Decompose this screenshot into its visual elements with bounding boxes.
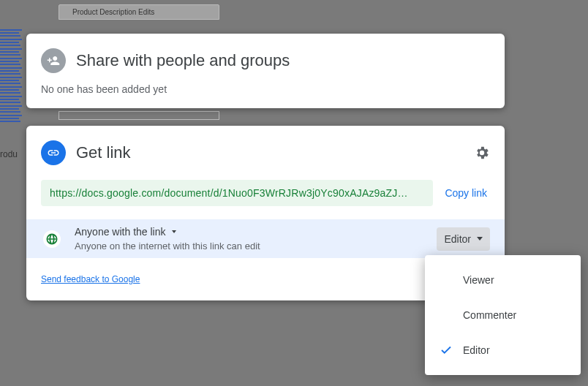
role-option-label: Editor xyxy=(463,344,490,356)
bg-document-tab: Product Description Edits xyxy=(59,4,219,20)
role-option-viewer[interactable]: Viewer xyxy=(425,262,581,298)
role-dropdown-button[interactable]: Editor xyxy=(437,227,490,251)
role-label: Editor xyxy=(444,233,471,245)
access-row: Anyone with the link Anyone on the inter… xyxy=(26,219,505,258)
send-feedback-link[interactable]: Send feedback to Google xyxy=(41,274,490,284)
share-people-subtitle: No one has been added yet xyxy=(41,83,490,95)
role-option-label: Commenter xyxy=(463,309,516,321)
link-scope-description: Anyone on the internet with this link ca… xyxy=(75,241,425,251)
share-url-box[interactable]: https://docs.google.com/document/d/1Nuo0… xyxy=(41,180,433,206)
role-dropdown-menu: Viewer Commenter Editor xyxy=(425,255,581,375)
link-scope-label: Anyone with the link xyxy=(75,226,166,238)
share-people-header: Share with people and groups xyxy=(41,48,490,73)
role-option-commenter[interactable]: Commenter xyxy=(425,298,581,333)
share-people-title: Share with people and groups xyxy=(76,51,290,70)
chevron-down-icon xyxy=(477,237,483,241)
copy-link-button[interactable]: Copy link xyxy=(445,187,490,199)
person-add-icon xyxy=(41,48,66,73)
get-link-header: Get link xyxy=(41,140,131,165)
check-icon xyxy=(440,344,453,357)
role-option-label: Viewer xyxy=(463,274,494,286)
link-icon xyxy=(41,140,66,165)
chevron-down-icon xyxy=(172,230,176,233)
role-option-editor[interactable]: Editor xyxy=(425,333,581,368)
bg-side-label: rodu xyxy=(0,149,18,159)
link-scope-dropdown[interactable]: Anyone with the link xyxy=(75,226,425,238)
bg-sidebar-fragments xyxy=(0,29,28,124)
bg-cell xyxy=(59,111,219,120)
gear-icon[interactable] xyxy=(474,145,490,161)
share-people-card: Share with people and groups No one has … xyxy=(26,34,505,108)
get-link-title: Get link xyxy=(76,143,131,162)
globe-icon xyxy=(41,228,63,250)
